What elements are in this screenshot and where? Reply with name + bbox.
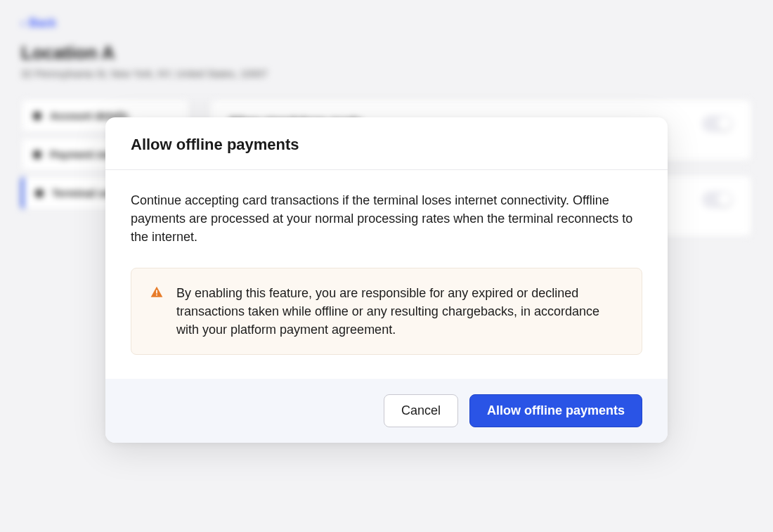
offline-payments-modal: Allow offline payments Continue acceptin… bbox=[105, 117, 668, 443]
modal-footer: Cancel Allow offline payments bbox=[105, 379, 668, 443]
svg-rect-0 bbox=[156, 290, 157, 293]
modal-title: Allow offline payments bbox=[131, 136, 642, 154]
modal-body: Continue accepting card transactions if … bbox=[105, 170, 668, 379]
cancel-button[interactable]: Cancel bbox=[384, 394, 458, 427]
warning-text: By enabling this feature, you are respon… bbox=[176, 284, 623, 339]
svg-rect-1 bbox=[156, 294, 157, 295]
modal-overlay: Allow offline payments Continue acceptin… bbox=[0, 0, 773, 532]
warning-icon bbox=[150, 285, 164, 302]
warning-box: By enabling this feature, you are respon… bbox=[131, 268, 642, 355]
modal-header: Allow offline payments bbox=[105, 117, 668, 170]
modal-description: Continue accepting card transactions if … bbox=[131, 191, 642, 246]
allow-offline-payments-button[interactable]: Allow offline payments bbox=[469, 394, 642, 427]
